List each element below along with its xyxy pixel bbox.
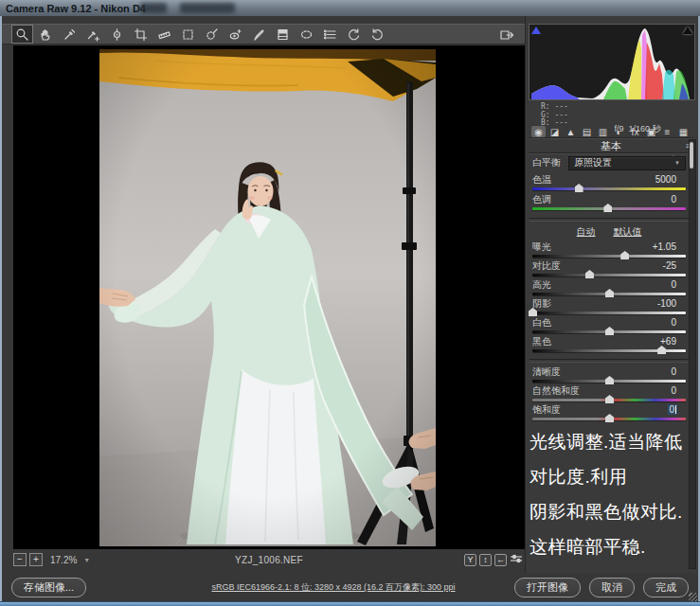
slider-value-input[interactable]: +69 [660,336,686,347]
slider-track[interactable] [532,187,686,190]
chevron-down-icon[interactable]: ▼ [83,557,90,563]
slider-track[interactable] [532,255,686,258]
hand-tool-icon[interactable] [35,25,57,44]
slider-row: 自然饱和度 0 [532,385,686,404]
slider-track[interactable] [532,399,686,401]
crop-icon[interactable] [130,25,152,44]
panel-header: 基本 ≡ [529,139,693,153]
slider-thumb[interactable] [605,327,614,335]
slider-thumb[interactable] [657,346,666,354]
tab-detail[interactable]: ▲ [564,126,578,137]
auto-default-row: 自动 默认值 [532,225,686,238]
cancel-button[interactable]: 取消 [589,578,635,597]
spot-removal-icon[interactable] [201,25,223,44]
rotate-left-icon[interactable] [343,25,365,44]
slider-thumb[interactable] [529,308,537,316]
slider-thumb[interactable] [620,251,629,259]
preview-mode-button[interactable]: Y [464,554,476,566]
done-button[interactable]: 完成 [643,578,689,597]
copy-settings-button[interactable]: ← [494,554,507,566]
transform-icon[interactable] [177,25,199,44]
resize-grip[interactable] [689,593,697,601]
zoom-tool-icon[interactable] [11,25,33,44]
slider-thumb[interactable] [603,204,612,212]
slider-thumb[interactable] [605,376,614,384]
slider-track[interactable] [532,207,686,210]
photo-preview[interactable] [99,49,436,546]
slider-row: 黑色 +69 [532,336,686,355]
slider-value-input[interactable]: -25 [663,260,686,271]
color-sampler-icon[interactable] [82,25,104,44]
fullscreen-toggle-icon[interactable] [495,25,517,44]
targeted-adjustment-icon[interactable] [106,25,128,44]
slider-track[interactable] [532,293,686,295]
radial-filter-icon[interactable] [296,25,317,44]
slider-value-input[interactable]: 5000 [655,174,686,185]
white-balance-eyedropper-icon[interactable] [59,25,81,44]
tab-presets[interactable]: ≡ [660,126,674,137]
slider-row: 曝光 +1.05 [532,241,686,260]
tab-hsl-grayscale[interactable]: ▤ [580,126,594,137]
auto-link[interactable]: 自动 [577,226,596,237]
slider-label: 饱和度 [532,404,561,415]
titlebar: Camera Raw 9.12 - Nikon D4 [0,0,700,16]
slider-row: 清晰度 0 [532,366,686,385]
slider-value-input[interactable]: 0 [671,385,686,396]
toolbar [2,24,525,45]
zoom-out-button[interactable]: − [13,553,27,566]
tab-effects[interactable]: fx [628,126,642,137]
panel-scrollbar[interactable] [689,139,696,569]
slider-thumb[interactable] [605,395,614,403]
slider-track[interactable] [532,349,686,352]
slider-value-input[interactable]: 0 [671,279,686,290]
scrollbar-thumb[interactable] [690,142,693,169]
adjustment-brush-icon[interactable] [248,25,270,44]
slider-track[interactable] [532,380,686,383]
slider-track[interactable] [532,418,686,420]
slider-value-input[interactable]: +1.05 [653,241,686,252]
tab-basic[interactable]: ◉ [531,126,546,137]
preferences-icon[interactable] [319,25,341,44]
slider-track[interactable] [532,312,686,314]
slider-track[interactable] [532,274,686,276]
slider-value-input[interactable]: 0 [671,366,686,377]
save-image-button[interactable]: 存储图像... [11,578,86,597]
slider-thumb[interactable] [575,184,583,192]
tab-lens-corrections[interactable]: ◐ [612,126,626,137]
slider-value-input[interactable]: 0 [671,317,686,328]
section-divider [529,218,689,222]
workflow-options-link[interactable]: sRGB IEC61966-2.1: 8 位: 3280 x 4928 (16.… [211,581,455,594]
tab-split-toning[interactable]: ▥ [596,126,610,137]
slider-thumb[interactable] [605,414,614,422]
straighten-icon[interactable] [153,25,175,44]
open-image-button[interactable]: 打开图像 [514,578,581,597]
slider-value-input[interactable]: 0 [671,194,686,205]
swap-before-after-button[interactable]: ↕ [479,554,492,566]
preview-preferences-icon[interactable] [510,553,523,566]
tab-snapshots[interactable]: ▦ [676,126,691,137]
canvas-statusbar: − + 17.2% ▼ YZJ_1006.NEF Y ↕ ← [13,549,525,570]
image-filename: YZJ_1006.NEF [235,555,303,565]
slider-thumb[interactable] [605,289,614,297]
default-link[interactable]: 默认值 [613,226,641,237]
slider-track[interactable] [532,330,686,333]
zoom-in-button[interactable]: + [29,553,43,566]
histogram[interactable] [529,24,695,100]
rotate-right-icon[interactable] [367,25,388,44]
red-eye-icon[interactable] [224,25,246,44]
slider-thumb[interactable] [585,270,594,278]
graduated-filter-icon[interactable] [272,25,294,44]
slider-value-input[interactable]: 0 [668,404,677,415]
wb-sliders: 色温 5000 色调 0 [532,174,686,214]
footer: 存储图像... sRGB IEC61966-2.1: 8 位: 3280 x 4… [2,573,698,602]
tone-sliders: 曝光 +1.05 对比度 -25 高光 0 阴影 -100 [532,241,686,355]
zoom-level-select[interactable]: 17.2% [50,555,77,565]
white-balance-label: 白平衡 [532,156,561,169]
tab-tone-curve[interactable]: ◪ [547,126,562,137]
white-balance-value: 原照设置 [574,156,612,169]
white-balance-select[interactable]: 原照设置 ▼ [568,156,686,170]
tab-camera-calibration[interactable]: ▣ [644,126,658,137]
presence-sliders: 清晰度 0 自然饱和度 0 饱和度 0 [532,366,686,423]
slider-value-input[interactable]: -100 [657,298,686,309]
image-canvas[interactable] [13,45,525,549]
